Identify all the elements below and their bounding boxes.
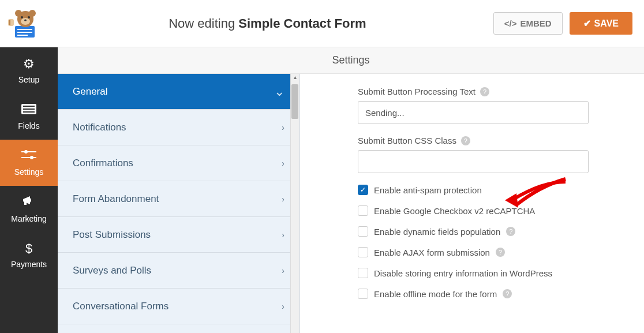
editing-prefix: Now editing xyxy=(169,16,238,31)
sliders-icon xyxy=(21,149,36,164)
check-antispam[interactable]: ✓ Enable anti-spam protection xyxy=(358,185,621,195)
rail-label-fields: Fields xyxy=(18,121,39,130)
chevron-right-icon xyxy=(282,266,284,275)
dollar-icon: $ xyxy=(25,241,32,256)
submenu-conversational[interactable]: Conversational Forms xyxy=(58,289,299,324)
css-class-input[interactable] xyxy=(358,150,589,173)
svg-point-8 xyxy=(21,16,23,18)
svg-point-6 xyxy=(29,10,36,17)
panel-title: Settings xyxy=(58,47,644,74)
top-bar: Now editing Simple Contact Form </> EMBE… xyxy=(0,0,644,47)
help-icon[interactable]: ? xyxy=(506,227,515,236)
check-recaptcha-label: Enable Google Checkbox v2 reCAPTCHA xyxy=(374,206,535,216)
submenu-form-abandonment-label: Form Abandonment xyxy=(73,193,159,205)
check-recaptcha[interactable]: Enable Google Checkbox v2 reCAPTCHA xyxy=(358,205,621,216)
settings-content: Submit Button Processing Text ? Submit B… xyxy=(300,74,644,333)
app-logo xyxy=(7,8,42,39)
submenu-confirmations-label: Confirmations xyxy=(73,158,133,169)
check-dynamic-label: Enable dynamic fields population xyxy=(374,227,500,237)
code-icon: </> xyxy=(504,18,517,28)
submenu-surveys-polls-label: Surveys and Polls xyxy=(73,265,151,276)
save-button-label: SAVE xyxy=(594,18,619,29)
css-class-label: Submit Button CSS Class ? xyxy=(358,136,621,145)
rail-item-setup[interactable]: ⚙ Setup xyxy=(0,47,58,93)
svg-rect-16 xyxy=(23,111,35,113)
rail-item-settings[interactable]: Settings xyxy=(0,140,58,186)
checkbox-icon[interactable] xyxy=(358,247,368,257)
checkbox-icon[interactable] xyxy=(358,289,368,299)
embed-button-label: EMBED xyxy=(520,18,551,28)
svg-rect-15 xyxy=(23,108,35,110)
submenu-general[interactable]: General xyxy=(58,74,299,110)
rail-item-fields[interactable]: Fields xyxy=(0,93,58,140)
check-offline-label: Enable offline mode for the form xyxy=(374,289,497,299)
svg-point-5 xyxy=(15,10,22,17)
rail-label-setup: Setup xyxy=(18,75,40,84)
scrollbar-thumb[interactable] xyxy=(291,84,298,119)
checkbox-icon[interactable]: ✓ xyxy=(358,185,368,195)
svg-point-18 xyxy=(24,150,28,154)
panel-title-text: Settings xyxy=(332,54,369,66)
bullhorn-icon xyxy=(22,194,36,211)
checkbox-icon[interactable] xyxy=(358,268,368,278)
list-icon xyxy=(21,103,36,118)
submenu-notifications[interactable]: Notifications xyxy=(58,110,299,145)
check-offline[interactable]: Enable offline mode for the form ? xyxy=(358,289,621,299)
check-disable-storing[interactable]: Disable storing entry information in Wor… xyxy=(358,268,621,278)
rail-label-payments: Payments xyxy=(11,260,47,269)
form-name: Simple Contact Form xyxy=(238,16,366,31)
svg-point-20 xyxy=(30,156,33,159)
submenu-general-label: General xyxy=(73,86,107,98)
processing-text-label: Submit Button Processing Text ? xyxy=(358,87,621,96)
svg-rect-21 xyxy=(24,201,27,205)
submenu-notifications-label: Notifications xyxy=(73,122,126,133)
checkbox-icon[interactable] xyxy=(358,205,368,216)
chevron-right-icon xyxy=(282,302,284,311)
rail-item-payments[interactable]: $ Payments xyxy=(0,232,58,278)
checkbox-icon[interactable] xyxy=(358,226,368,237)
rail-label-marketing: Marketing xyxy=(11,214,46,223)
chevron-right-icon xyxy=(282,159,284,168)
svg-point-9 xyxy=(28,16,30,18)
submenu-post-submissions-label: Post Submissions xyxy=(73,229,151,241)
help-icon[interactable]: ? xyxy=(496,248,505,257)
save-button[interactable]: ✔ SAVE xyxy=(570,12,632,35)
left-rail: ⚙ Setup Fields Settings Marketing $ Paym… xyxy=(0,47,58,333)
scrollbar-up-icon[interactable]: ▴ xyxy=(290,74,299,83)
editing-title: Now editing Simple Contact Form xyxy=(42,16,493,31)
submenu-confirmations[interactable]: Confirmations xyxy=(58,145,299,181)
rail-item-marketing[interactable]: Marketing xyxy=(0,186,58,232)
svg-point-7 xyxy=(21,18,30,25)
svg-rect-14 xyxy=(23,106,35,107)
submenu-form-abandonment[interactable]: Form Abandonment xyxy=(58,181,299,217)
check-antispam-label: Enable anti-spam protection xyxy=(374,185,482,195)
check-ajax[interactable]: Enable AJAX form submission ? xyxy=(358,247,621,257)
submenu-conversational-label: Conversational Forms xyxy=(73,301,169,312)
check-ajax-label: Enable AJAX form submission xyxy=(374,248,490,257)
svg-rect-11 xyxy=(8,19,14,26)
submenu-surveys-polls[interactable]: Surveys and Polls xyxy=(58,253,299,289)
help-icon[interactable]: ? xyxy=(480,87,489,96)
rail-label-settings: Settings xyxy=(14,167,44,177)
help-icon[interactable]: ? xyxy=(503,289,512,298)
svg-rect-12 xyxy=(9,20,10,25)
chevron-right-icon xyxy=(282,194,284,204)
svg-point-10 xyxy=(24,20,27,21)
submenu-post-submissions[interactable]: Post Submissions xyxy=(58,217,299,253)
chevron-right-icon xyxy=(282,123,284,132)
svg-rect-2 xyxy=(17,32,32,33)
check-disable-storing-label: Disable storing entry information in Wor… xyxy=(374,268,552,278)
svg-rect-3 xyxy=(17,35,28,36)
svg-rect-1 xyxy=(17,29,32,30)
chevron-down-icon xyxy=(274,84,284,99)
processing-text-input[interactable] xyxy=(358,101,589,124)
check-dynamic[interactable]: Enable dynamic fields population ? xyxy=(358,226,621,237)
help-icon[interactable]: ? xyxy=(461,136,470,145)
settings-submenu: General Notifications Confirmations Form… xyxy=(58,74,300,333)
embed-button[interactable]: </> EMBED xyxy=(493,12,563,35)
check-icon: ✔ xyxy=(583,18,591,29)
chevron-right-icon xyxy=(282,230,284,240)
gear-icon: ⚙ xyxy=(23,57,35,72)
scrollbar[interactable]: ▴ xyxy=(290,74,299,333)
